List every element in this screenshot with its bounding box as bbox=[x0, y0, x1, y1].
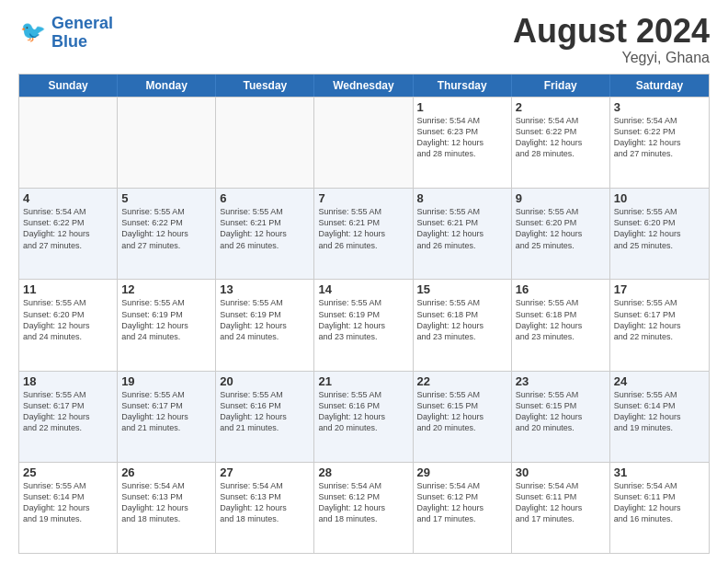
cell-info: Sunrise: 5:55 AM Sunset: 6:20 PM Dayligh… bbox=[23, 297, 113, 342]
calendar-cell: 23Sunrise: 5:55 AM Sunset: 6:15 PM Dayli… bbox=[512, 372, 610, 462]
cell-info: Sunrise: 5:54 AM Sunset: 6:13 PM Dayligh… bbox=[121, 480, 211, 525]
month-title: August 2024 bbox=[513, 15, 710, 48]
calendar-cell: 28Sunrise: 5:54 AM Sunset: 6:12 PM Dayli… bbox=[314, 463, 413, 553]
cell-date: 3 bbox=[614, 100, 705, 114]
cell-date: 17 bbox=[614, 282, 705, 296]
cell-info: Sunrise: 5:55 AM Sunset: 6:20 PM Dayligh… bbox=[516, 206, 606, 251]
cell-info: Sunrise: 5:54 AM Sunset: 6:11 PM Dayligh… bbox=[614, 480, 705, 525]
cell-info: Sunrise: 5:54 AM Sunset: 6:11 PM Dayligh… bbox=[516, 480, 606, 525]
cell-date: 21 bbox=[318, 374, 408, 388]
calendar-cell: 27Sunrise: 5:54 AM Sunset: 6:13 PM Dayli… bbox=[216, 463, 314, 553]
calendar-cell: 10Sunrise: 5:55 AM Sunset: 6:20 PM Dayli… bbox=[610, 189, 709, 279]
calendar-cell: 24Sunrise: 5:55 AM Sunset: 6:14 PM Dayli… bbox=[610, 372, 709, 462]
calendar-cell bbox=[19, 98, 118, 188]
cell-info: Sunrise: 5:54 AM Sunset: 6:22 PM Dayligh… bbox=[516, 115, 606, 160]
cell-date: 27 bbox=[220, 465, 310, 479]
page: 🐦 General Blue August 2024 Yegyi, Ghana … bbox=[0, 0, 728, 563]
cell-date: 9 bbox=[516, 191, 606, 205]
calendar-cell: 16Sunrise: 5:55 AM Sunset: 6:18 PM Dayli… bbox=[512, 280, 610, 370]
cell-date: 11 bbox=[23, 282, 113, 296]
calendar-cell: 9Sunrise: 5:55 AM Sunset: 6:20 PM Daylig… bbox=[512, 189, 610, 279]
cell-date: 18 bbox=[23, 374, 113, 388]
calendar-row-4: 18Sunrise: 5:55 AM Sunset: 6:17 PM Dayli… bbox=[19, 371, 709, 462]
cell-info: Sunrise: 5:55 AM Sunset: 6:22 PM Dayligh… bbox=[121, 206, 211, 251]
calendar-cell: 3Sunrise: 5:54 AM Sunset: 6:22 PM Daylig… bbox=[610, 98, 709, 188]
day-header-thursday: Thursday bbox=[414, 75, 512, 97]
cell-info: Sunrise: 5:55 AM Sunset: 6:18 PM Dayligh… bbox=[417, 297, 507, 342]
day-header-tuesday: Tuesday bbox=[216, 75, 314, 97]
calendar-cell: 12Sunrise: 5:55 AM Sunset: 6:19 PM Dayli… bbox=[118, 280, 216, 370]
cell-info: Sunrise: 5:55 AM Sunset: 6:21 PM Dayligh… bbox=[220, 206, 310, 251]
calendar-row-2: 4Sunrise: 5:54 AM Sunset: 6:22 PM Daylig… bbox=[19, 188, 709, 279]
svg-text:🐦: 🐦 bbox=[20, 19, 46, 44]
calendar-cell bbox=[216, 98, 314, 188]
cell-info: Sunrise: 5:55 AM Sunset: 6:21 PM Dayligh… bbox=[417, 206, 507, 251]
calendar-cell: 30Sunrise: 5:54 AM Sunset: 6:11 PM Dayli… bbox=[512, 463, 610, 553]
cell-date: 31 bbox=[614, 465, 705, 479]
calendar-row-3: 11Sunrise: 5:55 AM Sunset: 6:20 PM Dayli… bbox=[19, 279, 709, 370]
cell-date: 20 bbox=[220, 374, 310, 388]
calendar-cell: 14Sunrise: 5:55 AM Sunset: 6:19 PM Dayli… bbox=[314, 280, 413, 370]
cell-date: 5 bbox=[121, 191, 211, 205]
cell-date: 24 bbox=[614, 374, 705, 388]
cell-info: Sunrise: 5:55 AM Sunset: 6:20 PM Dayligh… bbox=[614, 206, 705, 251]
cell-info: Sunrise: 5:55 AM Sunset: 6:16 PM Dayligh… bbox=[220, 389, 310, 434]
calendar-cell bbox=[314, 98, 413, 188]
cell-info: Sunrise: 5:55 AM Sunset: 6:17 PM Dayligh… bbox=[614, 297, 705, 342]
cell-date: 30 bbox=[516, 465, 606, 479]
cell-info: Sunrise: 5:55 AM Sunset: 6:14 PM Dayligh… bbox=[614, 389, 705, 434]
cell-info: Sunrise: 5:55 AM Sunset: 6:17 PM Dayligh… bbox=[23, 389, 113, 434]
cell-date: 22 bbox=[417, 374, 507, 388]
cell-info: Sunrise: 5:54 AM Sunset: 6:13 PM Dayligh… bbox=[220, 480, 310, 525]
calendar-cell: 19Sunrise: 5:55 AM Sunset: 6:17 PM Dayli… bbox=[118, 372, 216, 462]
cell-date: 4 bbox=[23, 191, 113, 205]
cell-date: 12 bbox=[121, 282, 211, 296]
calendar-cell: 7Sunrise: 5:55 AM Sunset: 6:21 PM Daylig… bbox=[314, 189, 413, 279]
cell-info: Sunrise: 5:55 AM Sunset: 6:16 PM Dayligh… bbox=[318, 389, 408, 434]
cell-info: Sunrise: 5:55 AM Sunset: 6:17 PM Dayligh… bbox=[121, 389, 211, 434]
calendar-cell: 4Sunrise: 5:54 AM Sunset: 6:22 PM Daylig… bbox=[19, 189, 118, 279]
day-header-friday: Friday bbox=[512, 75, 610, 97]
cell-info: Sunrise: 5:55 AM Sunset: 6:21 PM Dayligh… bbox=[318, 206, 408, 251]
cell-info: Sunrise: 5:54 AM Sunset: 6:23 PM Dayligh… bbox=[417, 115, 507, 160]
calendar-cell: 25Sunrise: 5:55 AM Sunset: 6:14 PM Dayli… bbox=[19, 463, 118, 553]
calendar-row-5: 25Sunrise: 5:55 AM Sunset: 6:14 PM Dayli… bbox=[19, 462, 709, 553]
cell-info: Sunrise: 5:55 AM Sunset: 6:18 PM Dayligh… bbox=[516, 297, 606, 342]
cell-date: 2 bbox=[516, 100, 606, 114]
cell-date: 8 bbox=[417, 191, 507, 205]
cell-date: 1 bbox=[417, 100, 507, 114]
logo: 🐦 General Blue bbox=[18, 15, 113, 52]
cell-info: Sunrise: 5:55 AM Sunset: 6:19 PM Dayligh… bbox=[220, 297, 310, 342]
calendar-cell: 18Sunrise: 5:55 AM Sunset: 6:17 PM Dayli… bbox=[19, 372, 118, 462]
calendar-cell: 2Sunrise: 5:54 AM Sunset: 6:22 PM Daylig… bbox=[512, 98, 610, 188]
calendar-cell: 17Sunrise: 5:55 AM Sunset: 6:17 PM Dayli… bbox=[610, 280, 709, 370]
calendar-cell: 21Sunrise: 5:55 AM Sunset: 6:16 PM Dayli… bbox=[314, 372, 413, 462]
cell-info: Sunrise: 5:55 AM Sunset: 6:19 PM Dayligh… bbox=[318, 297, 408, 342]
cell-date: 16 bbox=[516, 282, 606, 296]
cell-info: Sunrise: 5:54 AM Sunset: 6:22 PM Dayligh… bbox=[614, 115, 705, 160]
cell-date: 25 bbox=[23, 465, 113, 479]
cell-info: Sunrise: 5:55 AM Sunset: 6:19 PM Dayligh… bbox=[121, 297, 211, 342]
calendar: SundayMondayTuesdayWednesdayThursdayFrid… bbox=[18, 74, 710, 554]
calendar-body: 1Sunrise: 5:54 AM Sunset: 6:23 PM Daylig… bbox=[19, 97, 709, 553]
logo-text: General Blue bbox=[51, 15, 113, 52]
day-header-sunday: Sunday bbox=[19, 75, 118, 97]
cell-info: Sunrise: 5:54 AM Sunset: 6:12 PM Dayligh… bbox=[318, 480, 408, 525]
cell-info: Sunrise: 5:54 AM Sunset: 6:12 PM Dayligh… bbox=[417, 480, 507, 525]
cell-date: 10 bbox=[614, 191, 705, 205]
cell-date: 7 bbox=[318, 191, 408, 205]
cell-date: 29 bbox=[417, 465, 507, 479]
calendar-cell: 20Sunrise: 5:55 AM Sunset: 6:16 PM Dayli… bbox=[216, 372, 314, 462]
calendar-row-1: 1Sunrise: 5:54 AM Sunset: 6:23 PM Daylig… bbox=[19, 97, 709, 188]
calendar-cell: 22Sunrise: 5:55 AM Sunset: 6:15 PM Dayli… bbox=[414, 372, 512, 462]
day-header-monday: Monday bbox=[118, 75, 216, 97]
logo-icon: 🐦 bbox=[18, 18, 48, 48]
calendar-cell: 26Sunrise: 5:54 AM Sunset: 6:13 PM Dayli… bbox=[118, 463, 216, 553]
title-block: August 2024 Yegyi, Ghana bbox=[513, 15, 710, 66]
cell-info: Sunrise: 5:54 AM Sunset: 6:22 PM Dayligh… bbox=[23, 206, 113, 251]
calendar-cell: 5Sunrise: 5:55 AM Sunset: 6:22 PM Daylig… bbox=[118, 189, 216, 279]
header: 🐦 General Blue August 2024 Yegyi, Ghana bbox=[18, 15, 710, 66]
cell-info: Sunrise: 5:55 AM Sunset: 6:15 PM Dayligh… bbox=[417, 389, 507, 434]
day-header-saturday: Saturday bbox=[610, 75, 709, 97]
cell-info: Sunrise: 5:55 AM Sunset: 6:15 PM Dayligh… bbox=[516, 389, 606, 434]
